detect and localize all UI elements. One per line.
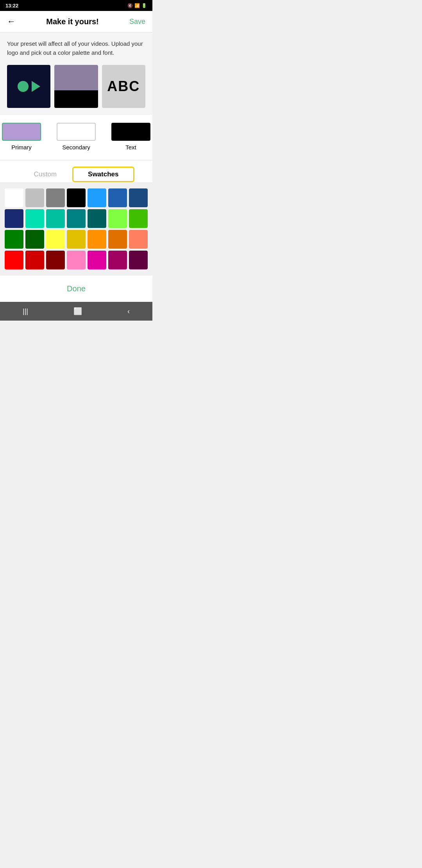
palette-bottom bbox=[54, 90, 98, 108]
swatch-cell[interactable] bbox=[88, 251, 106, 269]
page-title: Make it yours! bbox=[46, 17, 98, 26]
swatch-cell[interactable] bbox=[108, 209, 127, 228]
swatch-cell[interactable] bbox=[88, 230, 106, 249]
swatch-cell[interactable] bbox=[129, 188, 148, 207]
battery-icon: 🔋 bbox=[141, 3, 147, 8]
swatch-cell[interactable] bbox=[108, 230, 127, 249]
video-circle-icon bbox=[18, 81, 29, 92]
swatch-cell[interactable] bbox=[46, 230, 65, 249]
color-tabs: Primary Secondary Text bbox=[7, 123, 145, 151]
swatch-cell[interactable] bbox=[67, 209, 86, 228]
tab-swatches-label: Swatches bbox=[88, 170, 118, 178]
done-button[interactable]: Done bbox=[67, 284, 86, 293]
swatch-cell[interactable] bbox=[46, 251, 65, 269]
swatch-cell[interactable] bbox=[25, 251, 44, 269]
swatch-cell[interactable] bbox=[108, 188, 127, 207]
preview-card-video bbox=[7, 65, 50, 108]
section-tabs: Custom Swatches bbox=[0, 160, 152, 182]
swatch-cell[interactable] bbox=[108, 251, 127, 269]
back-button[interactable]: ← bbox=[7, 16, 16, 27]
color-tab-text[interactable]: Text bbox=[111, 123, 150, 151]
video-play-icon bbox=[32, 81, 40, 92]
text-swatch[interactable] bbox=[111, 123, 150, 141]
menu-icon[interactable]: ||| bbox=[23, 307, 28, 316]
tab-swatches[interactable]: Swatches bbox=[72, 167, 134, 182]
swatch-cell[interactable] bbox=[129, 209, 148, 228]
swatches-area bbox=[0, 182, 152, 276]
mute-icon: 🔇 bbox=[127, 3, 133, 8]
preview-card-font: ABC bbox=[102, 65, 145, 108]
secondary-swatch[interactable] bbox=[57, 123, 96, 141]
bottom-bar: ||| ⬜ ‹ bbox=[0, 302, 152, 321]
swatch-cell[interactable] bbox=[25, 188, 44, 207]
swatch-cell[interactable] bbox=[25, 209, 44, 228]
tab-custom[interactable]: Custom bbox=[18, 167, 72, 182]
swatch-cell[interactable] bbox=[88, 188, 106, 207]
swatches-grid bbox=[5, 188, 148, 269]
swatch-cell[interactable] bbox=[5, 230, 23, 249]
back-nav-icon[interactable]: ‹ bbox=[127, 307, 130, 316]
color-selector: Primary Secondary Text bbox=[0, 115, 152, 160]
text-label: Text bbox=[125, 144, 136, 151]
swatch-cell[interactable] bbox=[67, 230, 86, 249]
swatch-cell[interactable] bbox=[67, 251, 86, 269]
swatch-cell[interactable] bbox=[129, 230, 148, 249]
wifi-icon: 📶 bbox=[134, 3, 140, 8]
subtitle-area: Your preset will affect all of your vide… bbox=[0, 32, 152, 61]
swatch-cell[interactable] bbox=[5, 209, 23, 228]
swatch-cell[interactable] bbox=[129, 251, 148, 269]
secondary-label: Secondary bbox=[62, 144, 90, 151]
swatch-cell[interactable] bbox=[88, 209, 106, 228]
swatch-cell[interactable] bbox=[5, 188, 23, 207]
preview-cards: ABC bbox=[0, 61, 152, 115]
status-bar: 13:22 🔇 📶 🔋 bbox=[0, 0, 152, 11]
palette-top bbox=[54, 65, 98, 90]
swatch-cell[interactable] bbox=[67, 188, 86, 207]
home-icon[interactable]: ⬜ bbox=[73, 307, 82, 316]
swatch-cell[interactable] bbox=[5, 251, 23, 269]
subtitle-text: Your preset will affect all of your vide… bbox=[7, 39, 145, 57]
top-nav: ← Make it yours! Save bbox=[0, 11, 152, 32]
primary-swatch[interactable] bbox=[2, 123, 41, 141]
swatch-cell[interactable] bbox=[25, 230, 44, 249]
color-tab-primary[interactable]: Primary bbox=[2, 123, 41, 151]
swatch-cell[interactable] bbox=[46, 209, 65, 228]
tab-custom-label: Custom bbox=[34, 170, 57, 178]
save-button[interactable]: Save bbox=[129, 18, 145, 26]
preview-card-palette bbox=[54, 65, 98, 108]
status-icons: 🔇 📶 🔋 bbox=[127, 3, 147, 8]
font-preview: ABC bbox=[107, 78, 140, 95]
done-area: Done bbox=[0, 276, 152, 302]
primary-label: Primary bbox=[11, 144, 32, 151]
status-time: 13:22 bbox=[5, 3, 18, 9]
swatch-cell[interactable] bbox=[46, 188, 65, 207]
color-tab-secondary[interactable]: Secondary bbox=[57, 123, 96, 151]
